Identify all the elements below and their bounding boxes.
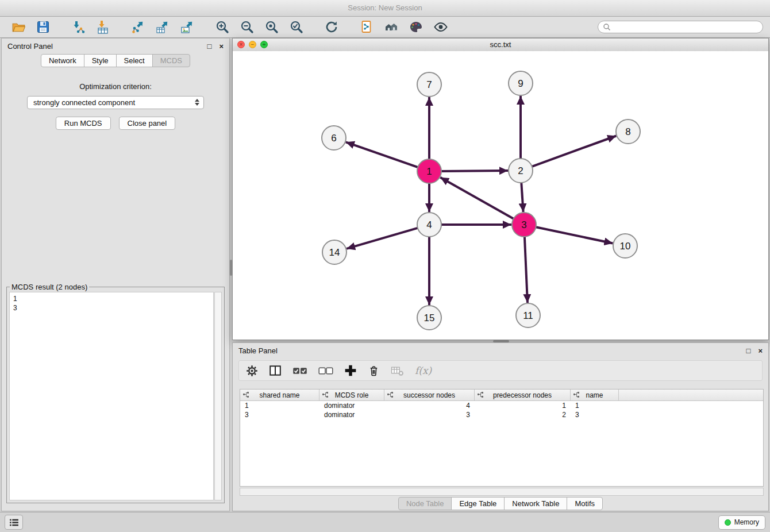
table-row[interactable]: 1dominator411 — [240, 401, 763, 410]
save-session-button[interactable] — [32, 18, 55, 36]
minimize-window-icon[interactable]: − — [249, 41, 256, 48]
select-all-columns-button[interactable] — [292, 367, 307, 375]
column-type-icon — [573, 391, 580, 398]
delete-column-button[interactable] — [368, 365, 380, 377]
create-column-button[interactable] — [344, 364, 357, 377]
first-neighbors-button[interactable] — [355, 18, 378, 36]
result-scrollbar[interactable] — [214, 292, 222, 500]
edge-3-to-1[interactable] — [440, 178, 514, 219]
tab-network-table[interactable]: Network Table — [504, 497, 567, 510]
graph-node-7[interactable]: 7 — [417, 72, 441, 97]
tab-mcds[interactable]: MCDS — [152, 54, 190, 67]
node-table[interactable]: shared nameMCDS rolesuccessor nodesprede… — [240, 389, 764, 487]
graph-node-6[interactable]: 6 — [322, 126, 346, 150]
import-network-button[interactable] — [67, 18, 90, 36]
column-header-successor-nodes[interactable]: successor nodes — [384, 390, 475, 400]
float-table-panel-icon[interactable]: □ — [746, 346, 751, 355]
mcds-result-list[interactable]: 13 — [9, 292, 214, 500]
tab-network[interactable]: Network — [41, 54, 84, 67]
node-label: 9 — [518, 78, 523, 89]
window-title: Session: New Session — [348, 3, 422, 12]
function-builder-button[interactable]: f(x) — [415, 365, 432, 376]
float-panel-icon[interactable]: □ — [207, 42, 212, 51]
zoom-selected-button[interactable] — [285, 18, 308, 36]
delete-table-button[interactable] — [391, 365, 404, 377]
edge-1-to-2[interactable] — [441, 171, 508, 171]
tab-edge-table[interactable]: Edge Table — [451, 497, 505, 510]
open-session-button[interactable] — [7, 18, 30, 36]
graph-node-8[interactable]: 8 — [616, 119, 640, 144]
memory-button[interactable]: Memory — [718, 515, 765, 530]
graph-node-10[interactable]: 10 — [613, 234, 637, 258]
graph-node-3[interactable]: 3 — [512, 213, 536, 237]
unchecked-boxes-icon — [318, 367, 333, 375]
tab-motifs[interactable]: Motifs — [567, 497, 603, 510]
column-type-icon — [387, 391, 394, 398]
optimization-select[interactable]: strongly connected component — [27, 96, 204, 109]
import-table-icon — [95, 20, 110, 34]
table-cell: 1 — [240, 402, 319, 410]
edge-3-to-11[interactable] — [525, 237, 528, 303]
zoom-out-button[interactable] — [236, 18, 259, 36]
zoom-in-button[interactable] — [211, 18, 234, 36]
table-horizontal-scrollbar[interactable] — [240, 488, 764, 496]
table-row[interactable]: 3dominator323 — [240, 410, 763, 419]
control-panel-title: Control Panel — [7, 42, 53, 51]
edge-1-to-6[interactable] — [346, 142, 418, 167]
delete-table-icon — [391, 365, 404, 377]
node-label: 8 — [625, 126, 630, 137]
search-input[interactable] — [613, 22, 758, 32]
zoom-fit-button[interactable] — [260, 18, 283, 36]
refresh-icon — [324, 20, 339, 34]
column-header-shared-name[interactable]: shared name — [240, 390, 319, 400]
memory-status-icon — [725, 519, 731, 526]
edge-3-to-10[interactable] — [536, 227, 613, 243]
close-table-panel-icon[interactable]: × — [758, 346, 763, 355]
network-canvas[interactable]: 7968124310141511 — [233, 51, 768, 340]
status-bar: Memory — [0, 512, 770, 532]
edge-4-to-14[interactable] — [346, 228, 418, 249]
column-header-predecessor-nodes[interactable]: predecessor nodes — [475, 390, 571, 400]
table-cell: dominator — [319, 411, 384, 419]
graph-node-4[interactable]: 4 — [417, 213, 441, 237]
export-image-button[interactable] — [176, 18, 199, 36]
style-palette-icon — [409, 20, 424, 34]
run-mcds-button[interactable]: Run MCDS — [56, 117, 111, 130]
save-icon — [36, 20, 51, 34]
tab-node-table[interactable]: Node Table — [398, 497, 452, 510]
show-hide-button[interactable] — [429, 18, 452, 36]
graph-node-2[interactable]: 2 — [509, 159, 533, 183]
graph-node-14[interactable]: 14 — [322, 240, 346, 264]
apply-style-button[interactable] — [405, 18, 428, 36]
maximize-window-icon[interactable]: + — [260, 41, 268, 48]
table-header-row: shared nameMCDS rolesuccessor nodesprede… — [240, 390, 763, 401]
control-panel-tabs: NetworkStyleSelectMCDS — [2, 54, 229, 67]
graph-node-1[interactable]: 1 — [417, 159, 441, 183]
network-graph[interactable]: 7968124310141511 — [233, 51, 768, 340]
close-window-icon[interactable]: × — [237, 41, 245, 48]
import-table-button[interactable] — [91, 18, 114, 36]
column-header-filler — [619, 390, 763, 400]
graph-node-11[interactable]: 11 — [516, 303, 540, 327]
edge-2-to-8[interactable] — [532, 136, 617, 167]
tab-select[interactable]: Select — [116, 54, 153, 67]
export-table-button[interactable] — [151, 18, 174, 36]
table-settings-button[interactable] — [246, 365, 258, 377]
column-header-name[interactable]: name — [571, 390, 619, 400]
home-view-button[interactable] — [380, 18, 403, 36]
export-network-button[interactable] — [126, 18, 149, 36]
edge-2-to-3[interactable] — [521, 183, 523, 212]
refresh-button[interactable] — [320, 18, 343, 36]
graph-node-15[interactable]: 15 — [417, 306, 441, 330]
column-header-mcds-role[interactable]: MCDS role — [319, 390, 384, 400]
node-label: 3 — [521, 219, 526, 230]
unselect-all-columns-button[interactable] — [318, 367, 333, 375]
close-panel-button[interactable]: Close panel — [119, 117, 176, 130]
tab-style[interactable]: Style — [84, 54, 117, 67]
network-window-titlebar[interactable]: × − + scc.txt — [233, 38, 768, 52]
close-panel-icon[interactable]: × — [219, 42, 224, 51]
show-column-button[interactable] — [269, 364, 282, 377]
search-box[interactable] — [598, 21, 763, 33]
task-history-button[interactable] — [5, 515, 23, 530]
graph-node-9[interactable]: 9 — [509, 71, 533, 95]
